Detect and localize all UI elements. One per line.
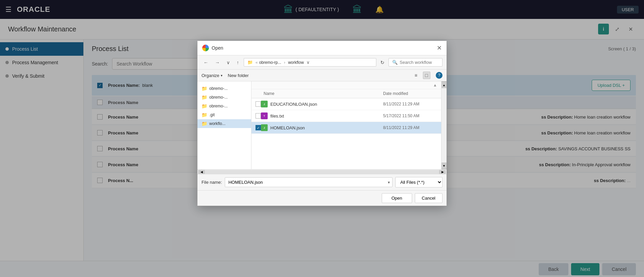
up-arrow-button[interactable]: ↑ [235, 58, 241, 67]
organize-button[interactable]: Organize ▾ [202, 73, 222, 78]
scroll-right-btn[interactable]: ▶ [439, 170, 446, 174]
file-checkbox-3[interactable]: ✓ [256, 125, 261, 130]
path-breadcrumb-2: obremo-rp... [259, 60, 281, 65]
dialog-search-box[interactable]: 🔍 [388, 58, 442, 67]
tree-label-git: .git [209, 112, 215, 117]
col-name-header[interactable]: Name [264, 91, 383, 96]
search-icon: 🔍 [392, 60, 398, 65]
path-bar[interactable]: 📁 « obremo-rp... › workflow ∨ [244, 58, 376, 67]
folder-icon-workflow: 📁 [202, 121, 207, 126]
dialog-search-input[interactable] [400, 60, 433, 65]
tree-item-workflow[interactable]: 📁 workflo... [197, 119, 251, 128]
path-breadcrumb-1: « [256, 60, 258, 65]
file-row-2[interactable]: T files.txt 5/17/2022 11:50 AM [251, 110, 441, 122]
file-row-1[interactable]: J EDUCATIONLOAN.json 8/11/2022 11:29 AM [251, 98, 441, 110]
file-list-header: Name Date modified [251, 89, 441, 98]
file-date-2: 5/17/2022 11:50 AM [383, 114, 437, 118]
path-separator: › [284, 60, 285, 65]
filename-input[interactable] [225, 177, 393, 187]
filename-dropdown-btn[interactable]: ▾ [388, 180, 390, 185]
tree-item-1[interactable]: 📁 obremo-... [197, 84, 251, 93]
sort-arrow-up: ▲ [433, 83, 437, 87]
dialog-title-text: Open [212, 45, 223, 51]
col-date-header: Date modified [383, 91, 437, 96]
folder-icon-2: 📁 [202, 95, 207, 100]
folder-icon-git: 📁 [202, 112, 207, 118]
forward-arrow-button[interactable]: → [213, 58, 222, 67]
vertical-scrollbar[interactable]: ▲ ▼ [441, 81, 447, 169]
file-name-1: EDUCATIONLOAN.json [270, 102, 383, 107]
tree-item-git[interactable]: 📁 .git [197, 110, 251, 119]
dropdown-arrow-button[interactable]: ∨ [224, 58, 232, 67]
scroll-down-btn[interactable]: ▼ [441, 162, 447, 169]
filename-label: File name: [202, 180, 222, 185]
file-date-1: 8/11/2022 11:29 AM [383, 102, 437, 106]
scroll-up-btn[interactable]: ▲ [441, 81, 447, 88]
json-icon-1: J [261, 101, 268, 107]
file-checkbox-1[interactable] [256, 101, 261, 107]
folder-icon-1: 📁 [202, 86, 207, 91]
dialog-titlebar: Open ✕ [197, 41, 447, 55]
file-date-3: 8/11/2022 11:29 AM [383, 125, 437, 130]
dialog-actions-toolbar: Organize ▾ New folder ≡ □ ? [197, 70, 447, 81]
tree-label-3: obremo-... [209, 104, 228, 108]
back-arrow-button[interactable]: ← [202, 58, 210, 67]
tree-label-1: obremo-... [209, 86, 228, 91]
dialog-cancel-button[interactable]: Cancel [415, 193, 442, 203]
list-view-button[interactable]: ≡ [414, 73, 417, 78]
file-list-area: ▲ Name Date modified J EDUCATIONLOAN.jso… [251, 81, 441, 169]
tree-item-2[interactable]: 📁 obremo-... [197, 93, 251, 102]
refresh-button[interactable]: ↻ [379, 58, 386, 67]
file-name-3: HOMELOAN.json [270, 125, 383, 130]
folder-tree: 📁 obremo-... 📁 obremo-... 📁 obremo-... 📁… [197, 81, 251, 169]
dialog-overlay: Open ✕ ← → ∨ ↑ 📁 « obremo-rp... › workfl… [0, 0, 644, 277]
detail-view-button[interactable]: □ [423, 72, 430, 79]
json-icon-2: J [261, 124, 268, 131]
txt-icon-1: T [261, 112, 268, 119]
path-breadcrumb-3: workflow [288, 60, 304, 65]
dialog-footer: File name: ▾ All Files (*.*) [197, 174, 447, 190]
tree-item-3[interactable]: 📁 obremo-... [197, 102, 251, 110]
file-checkbox-2[interactable] [256, 113, 261, 119]
file-open-dialog: Open ✕ ← → ∨ ↑ 📁 « obremo-rp... › workfl… [197, 41, 447, 206]
path-folder-icon: 📁 [247, 60, 253, 65]
dialog-title: Open [202, 45, 223, 51]
dialog-toolbar: ← → ∨ ↑ 📁 « obremo-rp... › workflow ∨ ↻ … [197, 55, 447, 70]
dialog-body: 📁 obremo-... 📁 obremo-... 📁 obremo-... 📁… [197, 81, 447, 169]
file-row-3[interactable]: ✓ J HOMELOAN.json 8/11/2022 11:29 AM [251, 122, 441, 134]
chrome-icon [202, 45, 209, 51]
folder-icon-3: 📁 [202, 103, 207, 109]
file-name-2: files.txt [270, 114, 383, 119]
horizontal-scrollbar[interactable]: ◀ ▶ [197, 169, 447, 174]
filetype-select[interactable]: All Files (*.*) [395, 177, 442, 187]
open-button[interactable]: Open [382, 193, 412, 203]
tree-label-workflow: workflo... [209, 121, 225, 126]
path-dropdown-btn[interactable]: ∨ [306, 60, 310, 65]
tree-label-2: obremo-... [209, 95, 228, 100]
dialog-actions: Open Cancel [197, 190, 447, 206]
scroll-left-btn[interactable]: ◀ [198, 170, 205, 174]
dialog-close-button[interactable]: ✕ [437, 44, 442, 52]
help-button[interactable]: ? [436, 72, 442, 79]
new-folder-button[interactable]: New folder [228, 73, 249, 78]
